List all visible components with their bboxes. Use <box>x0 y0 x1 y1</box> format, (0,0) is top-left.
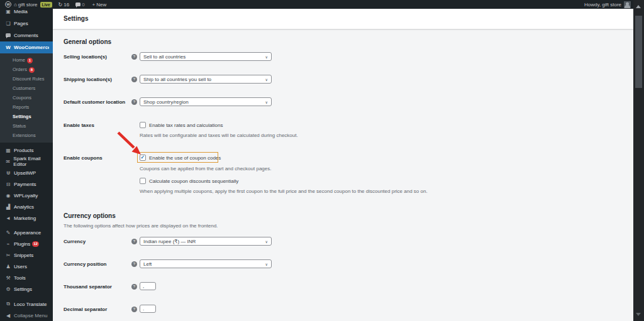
row-currency: Currency ? Indian rupee (₹) — INR ∨ <box>64 237 621 247</box>
help-icon[interactable]: ? <box>131 99 137 105</box>
chevron-down-icon: ∨ <box>265 239 268 244</box>
sidebar-item-users[interactable]: ♟ Users <box>0 261 53 272</box>
new-content-button[interactable]: + New <box>92 2 107 8</box>
howdy-account-link[interactable]: Howdy, gift store <box>584 2 621 8</box>
enable-taxes-checkbox[interactable] <box>140 122 146 128</box>
sidebar-item-spark-email-editor[interactable]: ✉ Spark Email Editor <box>0 156 53 167</box>
submenu-item-settings[interactable]: Settings <box>0 112 53 121</box>
sidebar-item-wployalty[interactable]: ◉ WPLoyalty <box>0 190 53 201</box>
scrollbar-thumb[interactable] <box>635 16 642 88</box>
enable-coupons-checkbox[interactable] <box>140 155 146 161</box>
sequential-coupons-description-row: When applying multiple coupons, apply th… <box>64 188 621 199</box>
currency-label: Currency <box>64 239 138 244</box>
sequential-coupons-checkbox[interactable] <box>140 178 146 184</box>
sidebar-item-products[interactable]: ▦ Products <box>0 144 53 156</box>
orders-badge: 8 <box>29 67 35 73</box>
row-thousand-separator: Thousand separator ? <box>64 282 621 292</box>
thousand-separator-input[interactable] <box>140 282 156 290</box>
shipping-location-select[interactable]: Ship to all countries you sell to ∨ <box>140 75 272 84</box>
selling-location-select[interactable]: Sell to all countries ∨ <box>140 52 272 61</box>
updates-link[interactable]: ↻ 16 <box>58 2 70 8</box>
vertical-scrollbar[interactable] <box>633 0 644 321</box>
enable-taxes-checkbox-label: Enable tax rates and calculations <box>149 122 223 128</box>
sidebar-item-snippets[interactable]: ✂ Snippets <box>0 249 53 261</box>
live-badge: Live <box>40 2 52 8</box>
sidebar-item-appearance[interactable]: ✎ Appearance <box>0 227 53 238</box>
sidebar-item-analytics[interactable]: ▟ Analytics <box>0 201 53 212</box>
sidebar-item-comments[interactable]: Comments <box>0 30 53 41</box>
help-icon[interactable]: ? <box>131 239 137 244</box>
enable-taxes-description-row: Rates will be configurable and taxes wil… <box>64 133 621 143</box>
sidebar-item-marketing[interactable]: ◄ Marketing <box>0 212 53 224</box>
default-customer-location-label: Default customer location <box>64 99 138 105</box>
row-currency-position: Currency position ? Left ∨ <box>64 259 621 269</box>
currency-position-label: Currency position <box>64 261 138 267</box>
submenu-item-status[interactable]: Status <box>0 121 53 131</box>
help-icon[interactable]: ? <box>131 307 137 312</box>
help-icon[interactable]: ? <box>131 54 137 60</box>
currency-position-select[interactable]: Left ∨ <box>140 259 272 268</box>
new-label: New <box>96 2 106 8</box>
chevron-down-icon: ∨ <box>265 262 268 266</box>
row-default-customer-location: Default customer location ? Shop country… <box>64 97 621 107</box>
sidebar-item-pages[interactable]: ❏ Pages <box>0 18 53 30</box>
enable-coupons-description: Coupons can be applied from the cart and… <box>140 166 271 171</box>
payments-icon: ⊟ <box>4 182 12 187</box>
currency-options-description: The following options affect how prices … <box>64 223 218 229</box>
row-selling-location: Selling location(s) ? Sell to all countr… <box>64 52 621 62</box>
collapse-menu-button[interactable]: ◀ Collapse Menu <box>0 310 53 321</box>
enable-coupons-description-row: Coupons can be applied from the cart and… <box>64 166 621 176</box>
enable-coupons-label: Enable coupons <box>64 155 138 161</box>
updates-icon: ↻ <box>58 2 63 8</box>
sidebar-item-payments[interactable]: ⊟ Payments <box>0 178 53 190</box>
cart-icon: ⋓ <box>4 170 12 176</box>
selling-location-label: Selling location(s) <box>64 54 138 60</box>
avatar[interactable] <box>624 1 631 8</box>
submenu-item-extensions[interactable]: Extensions <box>0 131 53 140</box>
home-icon: ⌂ <box>14 2 17 8</box>
woocommerce-submenu: Home1 Orders8 Discount Rules Customers C… <box>0 53 53 143</box>
megaphone-icon: ◄ <box>4 215 12 221</box>
enable-coupons-checkbox-label: Enable the use of coupon codes <box>149 155 221 161</box>
sidebar-item-settings[interactable]: ⚙ Settings <box>0 283 53 295</box>
sidebar-item-woocommerce[interactable]: W WooCommerce <box>0 41 53 53</box>
email-icon: ✉ <box>4 159 11 165</box>
pages-icon: ❏ <box>4 21 12 26</box>
submenu-item-home[interactable]: Home1 <box>0 55 53 65</box>
site-link[interactable]: ⌂ gift store <box>14 2 38 8</box>
sidebar-item-loco-translate[interactable]: ⧉ Loco Translate <box>0 298 53 310</box>
plugins-badge: 12 <box>32 241 39 247</box>
collapse-icon: ◀ <box>4 313 12 318</box>
comments-count: 0 <box>82 2 84 8</box>
plus-icon: + <box>92 2 96 8</box>
sidebar-item-tools[interactable]: ⚒ Tools <box>0 272 53 283</box>
home-badge: 1 <box>27 58 33 63</box>
translate-icon: ⧉ <box>4 301 12 307</box>
submenu-item-discount-rules[interactable]: Discount Rules <box>0 74 53 84</box>
enable-taxes-label: Enable taxes <box>64 122 138 128</box>
help-icon[interactable]: ? <box>131 261 137 267</box>
products-icon: ▦ <box>4 148 12 153</box>
media-icon: ▣ <box>4 9 12 14</box>
scroll-down-arrow-icon[interactable] <box>636 313 641 318</box>
currency-options-heading: Currency options <box>64 212 116 219</box>
help-icon[interactable]: ? <box>131 284 137 290</box>
submenu-item-coupons[interactable]: Coupons <box>0 93 53 102</box>
comments-link[interactable]: 0 <box>75 2 84 8</box>
scissors-icon: ✂ <box>4 253 12 258</box>
loyalty-icon: ◉ <box>4 193 12 199</box>
site-name: gift store <box>18 2 38 8</box>
sidebar-item-plugins[interactable]: ⌁ Plugins 12 <box>0 238 53 249</box>
sidebar-item-upsellwp[interactable]: ⋓ UpsellWP <box>0 167 53 178</box>
wordpress-logo-icon: W <box>5 1 11 8</box>
submenu-item-reports[interactable]: Reports <box>0 102 53 112</box>
help-icon[interactable]: ? <box>131 77 137 82</box>
submenu-item-orders[interactable]: Orders8 <box>0 65 53 74</box>
wordpress-menu[interactable]: W <box>5 1 11 8</box>
decimal-separator-input[interactable] <box>140 305 156 313</box>
updates-count: 16 <box>64 2 69 8</box>
submenu-item-customers[interactable]: Customers <box>0 84 53 93</box>
currency-select[interactable]: Indian rupee (₹) — INR ∨ <box>140 237 272 246</box>
default-customer-location-select[interactable]: Shop country/region ∨ <box>140 97 272 106</box>
scroll-up-arrow-icon[interactable] <box>636 3 641 8</box>
